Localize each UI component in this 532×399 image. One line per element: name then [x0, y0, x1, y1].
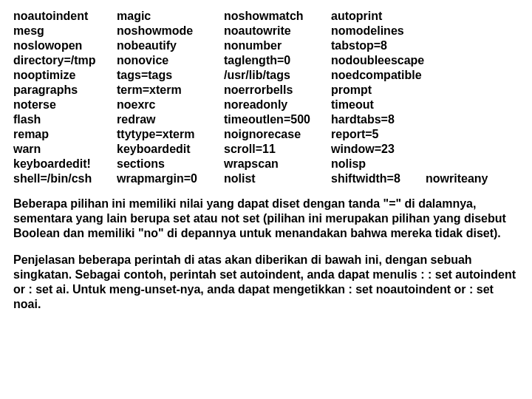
options-col-4: autoprint nomodelines tabstop=8 nodouble… — [331, 9, 418, 186]
option-item: wrapmargin=0 — [117, 171, 216, 186]
option-item: noerrorbells — [224, 83, 324, 98]
option-item: window=23 — [331, 142, 418, 157]
option-item: noexrc — [117, 98, 216, 112]
option-item: noautoindent — [13, 9, 109, 24]
option-item: wrapscan — [224, 157, 324, 171]
explanation-paragraph-1: Beberapa pilihan ini memiliki nilai yang… — [13, 197, 519, 241]
option-item: nolist — [224, 171, 324, 186]
option-item: autoprint — [331, 9, 418, 24]
options-col-1: noautoindent mesg noslowopen directory=/… — [13, 9, 109, 186]
option-item: flash — [13, 112, 109, 127]
option-item: nolisp — [331, 157, 418, 171]
option-item: mesg — [13, 24, 109, 38]
option-item: noshowmode — [117, 24, 216, 38]
option-item: term=xterm — [117, 83, 216, 98]
option-item: tabstop=8 — [331, 38, 418, 53]
option-item: shell=/bin/csh — [13, 171, 109, 186]
option-item: nomodelines — [331, 24, 418, 38]
option-item: tags=tags — [117, 68, 216, 83]
option-item: keyboardedit — [117, 142, 216, 157]
options-col-2: magic noshowmode nobeautify nonovice tag… — [117, 9, 216, 186]
option-item: noreadonly — [224, 98, 324, 112]
option-item: keyboardedit! — [13, 157, 109, 171]
option-item: nowriteany — [426, 171, 488, 186]
explanation-paragraph-2: Penjelasan beberapa perintah di atas aka… — [13, 253, 519, 312]
option-item: prompt — [331, 83, 418, 98]
option-item: timeout — [331, 98, 418, 112]
option-item: nobeautify — [117, 38, 216, 53]
option-item: nooptimize — [13, 68, 109, 83]
option-item: noedcompatible — [331, 68, 418, 83]
option-item: nonovice — [117, 53, 216, 68]
option-item: nodoubleescape — [331, 53, 418, 68]
option-item: warn — [13, 142, 109, 157]
option-item: noignorecase — [224, 127, 324, 142]
options-table: noautoindent mesg noslowopen directory=/… — [13, 9, 519, 186]
option-item: noshowmatch — [224, 9, 324, 24]
options-col-3: noshowmatch noautowrite nonumber tagleng… — [224, 9, 324, 186]
option-item: sections — [117, 157, 216, 171]
option-item: hardtabs=8 — [331, 112, 418, 127]
option-item: directory=/tmp — [13, 53, 109, 68]
option-item: paragraphs — [13, 83, 109, 98]
option-item: noslowopen — [13, 38, 109, 53]
option-item: scroll=11 — [224, 142, 324, 157]
option-item: shiftwidth=8 — [331, 171, 418, 186]
option-item: timeoutlen=500 — [224, 112, 324, 127]
page: noautoindent mesg noslowopen directory=/… — [0, 0, 532, 332]
option-item: /usr/lib/tags — [224, 68, 324, 83]
option-item: taglength=0 — [224, 53, 324, 68]
option-item: noterse — [13, 98, 109, 112]
option-item: nonumber — [224, 38, 324, 53]
option-item: noautowrite — [224, 24, 324, 38]
option-item: report=5 — [331, 127, 418, 142]
option-item: redraw — [117, 112, 216, 127]
option-item: remap — [13, 127, 109, 142]
options-col-5: nowriteany — [426, 9, 488, 186]
option-item: ttytype=xterm — [117, 127, 216, 142]
option-item: magic — [117, 9, 216, 24]
